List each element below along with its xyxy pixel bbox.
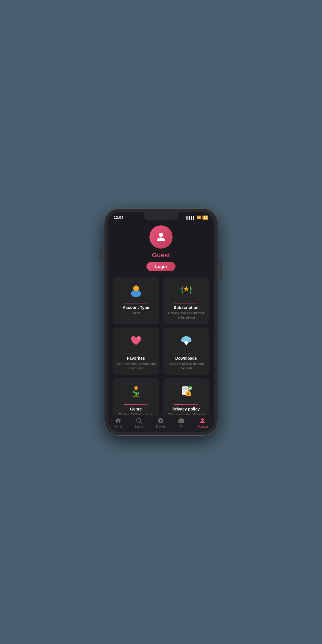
genre-card[interactable]: Genre Explore All Genres Here [113, 378, 159, 415]
genre-title: Genre [130, 407, 142, 411]
genre-divider [124, 404, 148, 405]
favorites-title: Favorites [127, 356, 145, 361]
guest-name: Guest [152, 252, 170, 259]
nav-search-label: Search [134, 425, 144, 428]
svg-rect-10 [185, 341, 187, 344]
subscription-subtitle: Get All Details about Your Subscription [166, 311, 206, 320]
nav-account[interactable]: Account [197, 417, 208, 428]
power-button [220, 261, 222, 281]
phone-frame: 12:04 ▌▌▌▌ 📶 51 Guest Login [104, 209, 218, 435]
subscription-icon [178, 281, 195, 299]
notch [144, 212, 178, 220]
subscription-title: Subscription [174, 305, 199, 310]
account-svg [128, 282, 144, 298]
nav-movies-label: Movies [156, 425, 165, 428]
account-nav-icon [199, 417, 206, 424]
downloads-title: Downloads [175, 356, 197, 361]
search-icon [135, 417, 142, 424]
battery-icon: 51 [202, 216, 208, 220]
signal-icon: ▌▌▌▌ [187, 216, 196, 219]
svg-rect-16 [133, 396, 140, 397]
main-content: Guest Login Account Ty [108, 221, 214, 415]
status-time: 12:04 [114, 215, 123, 220]
nav-tv-label: TV [180, 425, 183, 428]
svg-rect-26 [188, 394, 189, 395]
svg-rect-46 [178, 419, 184, 423]
privacy-title: Privacy policy [172, 407, 200, 411]
nav-movies[interactable]: Movies [156, 417, 165, 428]
bottom-nav: Home Search Movies [108, 415, 214, 432]
nav-search[interactable]: Search [134, 417, 144, 428]
profile-section: Guest Login [113, 221, 209, 274]
cards-grid: Account Type Guest [113, 277, 209, 415]
privacy-svg [178, 383, 194, 400]
account-type-card[interactable]: Account Type Guest [113, 277, 159, 324]
svg-rect-19 [135, 386, 137, 388]
wifi-icon: 📶 [197, 216, 201, 219]
genre-svg [128, 383, 144, 400]
tv-icon [178, 417, 185, 424]
svg-line-43 [140, 422, 142, 424]
downloads-icon [178, 332, 195, 350]
genre-subtitle: Explore All Genres Here [119, 413, 153, 415]
movies-icon [157, 417, 164, 424]
privacy-icon [178, 383, 195, 400]
account-type-icon [127, 281, 145, 299]
genre-icon [127, 383, 145, 400]
status-icons: ▌▌▌▌ 📶 51 [187, 216, 208, 220]
favorites-icon [127, 332, 145, 350]
svg-point-47 [201, 418, 204, 421]
favorites-divider [124, 354, 148, 354]
subscription-card[interactable]: Subscription Get All Details about Your … [163, 277, 209, 324]
avatar [149, 225, 173, 249]
privacy-card[interactable]: Privacy policy Please read the following… [163, 378, 209, 415]
volume-button [100, 249, 102, 261]
downloads-svg [178, 333, 194, 349]
privacy-subtitle: Please read the following Privacy policy [166, 413, 206, 415]
privacy-divider [174, 404, 198, 405]
nav-tv[interactable]: TV [178, 417, 185, 428]
svg-point-2 [133, 285, 139, 291]
downloads-divider [174, 354, 198, 354]
svg-point-0 [159, 233, 163, 237]
home-icon [115, 417, 122, 424]
account-type-divider [124, 303, 148, 303]
svg-point-4 [138, 337, 139, 339]
downloads-subtitle: Get All Your Downloaded Contents [166, 362, 206, 371]
downloads-card[interactable]: Downloads Get All Your Downloaded Conten… [163, 328, 209, 375]
svg-marker-3 [183, 285, 189, 292]
svg-point-42 [137, 418, 141, 422]
subscription-svg [178, 282, 194, 298]
phone-screen: 12:04 ▌▌▌▌ 📶 51 Guest Login [108, 212, 214, 432]
nav-home[interactable]: Home [114, 417, 122, 428]
login-button[interactable]: Login [146, 262, 176, 271]
favorites-subtitle: Your Fovorites Contents are Saved Here [116, 362, 156, 371]
svg-rect-15 [138, 392, 139, 395]
favorites-svg [128, 333, 144, 349]
favorites-card[interactable]: Favorites Your Fovorites Contents are Sa… [113, 328, 159, 375]
nav-account-label: Account [197, 425, 208, 428]
account-type-title: Account Type [123, 305, 149, 310]
account-type-subtitle: Guest [132, 311, 140, 315]
subscription-divider [174, 303, 198, 303]
svg-point-27 [188, 386, 192, 390]
avatar-icon [155, 231, 167, 243]
nav-home-label: Home [114, 425, 122, 428]
